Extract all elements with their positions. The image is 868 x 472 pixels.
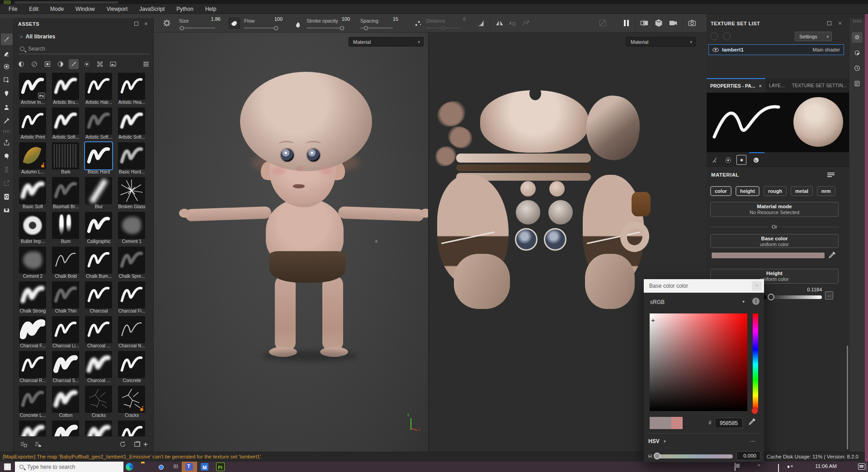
material-mode-button[interactable]: Material mode No Resource Selected bbox=[710, 202, 839, 217]
volume-muted-icon[interactable] bbox=[788, 463, 795, 471]
asset-brush-charcoal[interactable]: Charcoal bbox=[83, 280, 115, 315]
add-asset-button[interactable]: + bbox=[143, 440, 148, 449]
library-selector[interactable]: > All libraries bbox=[14, 32, 153, 42]
filter-smart-masks-icon[interactable] bbox=[42, 59, 52, 69]
asset-brush-charcoal-r[interactable]: Charcoal R... bbox=[17, 350, 49, 384]
tray-chevron-icon[interactable]: ^ bbox=[758, 463, 760, 469]
save-asset-list-icon[interactable] bbox=[19, 440, 28, 449]
filter-smart-materials-icon[interactable] bbox=[29, 59, 39, 69]
asset-brush-artistic-hea[interactable]: Artistic Hea... bbox=[116, 71, 148, 106]
bake-textures-button[interactable] bbox=[1, 150, 13, 162]
smudge-tool[interactable] bbox=[1, 88, 13, 99]
asset-brush[interactable] bbox=[50, 419, 82, 436]
eraser-tool[interactable] bbox=[1, 47, 13, 59]
polygon-fill-tool[interactable] bbox=[1, 74, 13, 86]
camera-video-icon[interactable] bbox=[668, 18, 678, 28]
filter-brushes-icon[interactable] bbox=[69, 59, 79, 69]
widgets-icon[interactable] bbox=[735, 463, 736, 471]
tab-texture-set-settings[interactable]: TEXTURE SET SETTIN... bbox=[788, 78, 850, 93]
hex-input[interactable]: 958585 bbox=[715, 418, 743, 428]
substance-painter-icon[interactable]: Pt bbox=[216, 463, 225, 471]
asset-brush-concrete[interactable]: Concrete bbox=[116, 350, 148, 384]
stroke-jitter-icon[interactable] bbox=[413, 18, 423, 28]
asset-brush-basic-soft[interactable]: Basic Soft bbox=[17, 176, 49, 210]
asset-brush-artistic-hair[interactable]: Artistic Hair... bbox=[83, 71, 115, 106]
asset-brush-basmati-br[interactable]: Basmati Br... bbox=[50, 176, 82, 210]
eyedropper-icon[interactable] bbox=[828, 250, 837, 259]
asset-brush-bark[interactable]: Bark bbox=[50, 141, 82, 176]
asset-brush-bullet-imp[interactable]: Bullet Imp... bbox=[17, 210, 49, 245]
asset-brush-artistic-print[interactable]: Artistic Print bbox=[17, 106, 49, 141]
close-dialog-icon[interactable]: × bbox=[752, 281, 762, 291]
asset-brush-charcoal-f[interactable]: Charcoal F... bbox=[17, 315, 49, 350]
material-picker-tool[interactable] bbox=[1, 115, 13, 126]
info-icon[interactable]: i bbox=[752, 298, 760, 305]
brush-alpha-tip-button[interactable] bbox=[229, 18, 240, 29]
material-menu-icon[interactable] bbox=[827, 173, 835, 178]
subtab-material-icon[interactable] bbox=[751, 155, 761, 165]
asset-brush-chalk-thin[interactable]: Chalk Thin bbox=[50, 280, 82, 315]
hue-channel-value[interactable]: 0.000 bbox=[736, 451, 760, 460]
asset-brush[interactable] bbox=[17, 419, 49, 436]
menu-file[interactable]: File bbox=[3, 6, 23, 12]
onedrive-icon[interactable] bbox=[768, 463, 775, 471]
mirror-symmetry-icon[interactable] bbox=[495, 18, 505, 28]
projection-tool[interactable] bbox=[1, 61, 13, 72]
texture-set-row-lambert1[interactable]: lambert1 Main shader bbox=[708, 44, 844, 55]
height-value[interactable]: 0.1184 bbox=[774, 287, 822, 292]
split-view-icon[interactable] bbox=[639, 18, 649, 28]
shading-mode-dropdown-2d[interactable]: Material ▾ bbox=[626, 37, 696, 47]
resources-updater-icon[interactable] bbox=[1, 191, 13, 202]
hue-strip[interactable] bbox=[753, 313, 758, 411]
spacing-value[interactable]: 15 bbox=[393, 16, 398, 22]
menu-window[interactable]: Window bbox=[70, 6, 101, 12]
color-model-dropdown[interactable]: HSV bbox=[648, 438, 660, 444]
filter-filters-icon[interactable] bbox=[56, 59, 66, 69]
falloff-curve-icon[interactable] bbox=[476, 18, 486, 28]
view-3d-cube-icon[interactable] bbox=[654, 18, 664, 28]
asset-brush-basic-hard[interactable]: Basic Hard... bbox=[116, 141, 148, 176]
m-app-icon[interactable]: M bbox=[201, 463, 208, 471]
lazy-mouse-icon[interactable] bbox=[521, 18, 531, 28]
height-slider[interactable] bbox=[763, 295, 822, 299]
properties-scrollbar[interactable] bbox=[847, 346, 848, 449]
filter-alphas-icon[interactable] bbox=[82, 59, 92, 69]
channel-height[interactable]: height bbox=[736, 186, 760, 196]
asset-brush-chalk-spre[interactable]: Chalk Spre... bbox=[116, 245, 148, 280]
new-window-icon[interactable] bbox=[132, 440, 142, 449]
flow-value[interactable]: 100 bbox=[274, 16, 283, 22]
param-spacing[interactable]: Spacing 15 bbox=[360, 16, 398, 30]
subtab-alpha-icon[interactable] bbox=[723, 155, 733, 165]
material-preview-sphere[interactable] bbox=[793, 97, 843, 147]
menu-python[interactable]: Python bbox=[170, 6, 199, 12]
start-button[interactable] bbox=[4, 463, 11, 470]
selection-mask-off-icon[interactable] bbox=[598, 18, 608, 28]
texture-set-settings-dropdown[interactable]: Settings ▾ bbox=[795, 32, 832, 41]
asset-brush[interactable] bbox=[116, 419, 148, 436]
texture-set-info-icon[interactable] bbox=[723, 33, 731, 40]
asset-brush-artistic-bru[interactable]: Artistic Bru... bbox=[50, 71, 82, 106]
channel-nrm[interactable]: nrm bbox=[817, 186, 835, 196]
color-picker-titlebar[interactable]: Base color color × bbox=[644, 279, 764, 293]
asset-brush-blur[interactable]: Blur bbox=[83, 176, 115, 210]
shading-mode-dropdown-3d[interactable]: Material ▾ bbox=[349, 37, 424, 47]
filter-textures-icon[interactable] bbox=[95, 59, 105, 69]
community-assets-icon[interactable] bbox=[1, 204, 13, 216]
hue-channel-slider[interactable] bbox=[655, 454, 733, 458]
rail-grip[interactable] bbox=[853, 20, 861, 23]
grid-display-icon[interactable] bbox=[141, 59, 151, 69]
channel-metal[interactable]: metal bbox=[791, 186, 813, 196]
subtab-brush-icon[interactable] bbox=[709, 155, 719, 165]
asset-brush-artistic-soft[interactable]: Artistic Soft... bbox=[116, 106, 148, 141]
clone-tool[interactable] bbox=[1, 101, 13, 113]
show-desktop-button[interactable] bbox=[866, 463, 867, 471]
brush-stamp-icon[interactable] bbox=[162, 18, 172, 28]
refresh-assets-icon[interactable] bbox=[118, 440, 127, 449]
asset-brush-charcoal[interactable]: Charcoal ... bbox=[83, 315, 115, 350]
asset-brush-broken-glass[interactable]: Broken Glass bbox=[116, 176, 148, 210]
param-stroke-opacity[interactable]: Stroke opacity 100 bbox=[307, 16, 350, 30]
height-expression-icon[interactable]: ↔ bbox=[825, 291, 833, 299]
asset-brush-archive-in[interactable]: PsArchive In... bbox=[17, 71, 49, 106]
taskbar-search[interactable]: Type here to search bbox=[15, 462, 123, 472]
float-panel-icon[interactable] bbox=[132, 20, 140, 28]
